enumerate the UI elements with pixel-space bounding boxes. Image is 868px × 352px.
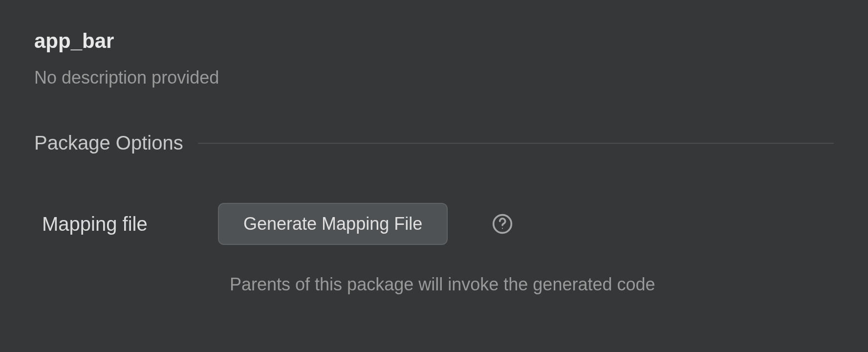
panel-description: No description provided <box>34 67 834 88</box>
section-header: Package Options <box>34 132 834 154</box>
mapping-file-row: Mapping file Generate Mapping File <box>34 203 834 245</box>
generate-mapping-file-button[interactable]: Generate Mapping File <box>218 203 448 245</box>
help-icon[interactable] <box>492 213 513 235</box>
section-divider <box>198 143 834 144</box>
mapping-file-label: Mapping file <box>42 213 179 235</box>
svg-point-1 <box>502 228 503 229</box>
mapping-file-hint: Parents of this package will invoke the … <box>34 274 834 295</box>
panel-title: app_bar <box>34 29 834 53</box>
section-title: Package Options <box>34 132 183 154</box>
